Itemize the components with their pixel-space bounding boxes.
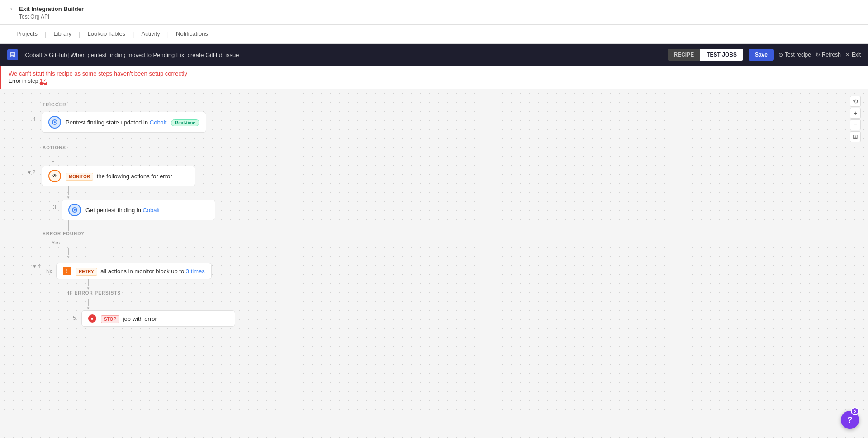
step-card-1[interactable]: Pentest finding state updated in Cobalt … — [42, 112, 206, 133]
error-step-link[interactable]: 17. — [40, 78, 47, 85]
recipe-header: [Cobalt > GitHub] When pentest finding m… — [0, 44, 868, 66]
exit-icon: ✕ — [845, 52, 850, 58]
back-arrow-icon: ← — [9, 5, 16, 13]
step-3-link[interactable]: Cobalt — [142, 207, 160, 214]
zoom-out-button[interactable]: − — [850, 119, 861, 130]
help-button[interactable]: ? 5 — [841, 411, 859, 429]
tab-recipe[interactable]: RECIPE — [668, 49, 701, 61]
step-num-5: 5 — [67, 310, 76, 321]
svg-point-7 — [74, 209, 76, 211]
retry-times: 3 times — [186, 268, 205, 275]
step-card-5[interactable]: ■ STOP job with error — [81, 310, 235, 327]
save-button[interactable]: Save — [749, 49, 774, 61]
help-icon: ? — [848, 415, 853, 424]
error-step: Error in step 17. — [9, 78, 861, 84]
step-5-suffix: job with error — [123, 315, 157, 322]
if-error-persists-label: IF ERROR PERSISTS — [68, 290, 841, 295]
monitor-badge: MONITOR — [66, 173, 93, 181]
recipe-title: [Cobalt > GitHub] When pentest finding m… — [24, 52, 662, 58]
step-1-prefix: Pentest finding state updated in — [66, 119, 148, 126]
step-4-prefix: all actions in monitor block up to — [100, 268, 184, 275]
no-label: No — [46, 268, 52, 274]
test-recipe-icon: ⊙ — [778, 52, 783, 58]
nav-notifications[interactable]: Notifications — [169, 25, 215, 43]
flow-diagram: TRIGGER 1 Pentest finding state updated … — [0, 89, 868, 340]
error-step-label: Error in step — [9, 78, 38, 84]
step-1-text: Pentest finding state updated in Cobalt … — [66, 119, 199, 126]
step-row-4: ▼ 4 No ! RETRY all actions in monitor bl… — [27, 259, 841, 279]
retry-badge: RETRY — [76, 268, 97, 276]
step-row-2: ▼ 2 👁 MONITOR the following actions for … — [27, 166, 841, 186]
trigger-section-label: TRIGGER — [43, 102, 841, 107]
refresh-icon: ↻ — [816, 52, 820, 58]
step-3-prefix: Get pentest finding in — [85, 207, 141, 214]
eye-icon: 👁 — [52, 173, 57, 179]
step-2-text: MONITOR the following actions for error — [66, 173, 172, 180]
step-1-link[interactable]: Cobalt — [150, 119, 167, 126]
yes-label: Yes — [52, 240, 60, 245]
step-4-chevron[interactable]: ▼ — [32, 264, 37, 269]
step-row-3: 3 Get pentest finding in Cobalt — [47, 200, 841, 220]
step-5-text: STOP job with error — [101, 315, 157, 322]
step-3-text: Get pentest finding in Cobalt — [85, 207, 160, 214]
exit-button[interactable]: ✕ Exit — [845, 52, 861, 58]
monitor-icon: 👁 — [48, 170, 61, 182]
step-card-3[interactable]: Get pentest finding in Cobalt — [62, 200, 215, 220]
step-num-2: ▼ 2 — [27, 166, 36, 176]
step-row-1: 1 Pentest finding state updated in Cobal… — [27, 112, 841, 133]
recipe-tabs: RECIPE TEST JOBS — [668, 49, 743, 61]
step-num-3: 3 — [47, 200, 56, 210]
zoom-reset-button[interactable]: ⟲ — [850, 96, 861, 107]
main-nav: Projects | Library | Lookup Tables | Act… — [0, 25, 868, 44]
zoom-controls: ⟲ + − ⊞ — [850, 96, 861, 142]
refresh-label: Refresh — [822, 52, 841, 58]
error-found-label: ERROR FOUND? — [43, 231, 841, 236]
error-banner: We can't start this recipe as some steps… — [0, 66, 868, 89]
zoom-fit-button[interactable]: ⊞ — [850, 131, 861, 142]
back-link-label: Exit Integration Builder — [19, 5, 84, 12]
nav-projects[interactable]: Projects — [9, 25, 45, 43]
step-row-5: 5 ■ STOP job with error — [67, 310, 841, 327]
stop-badge: STOP — [101, 315, 119, 323]
header-actions: Save ⊙ Test recipe ↻ Refresh ✕ Exit — [749, 49, 861, 61]
back-link[interactable]: ← Exit Integration Builder — [9, 5, 859, 13]
cobalt-trigger-icon — [48, 116, 61, 129]
nav-activity[interactable]: Activity — [134, 25, 167, 43]
nav-library[interactable]: Library — [46, 25, 79, 43]
warning-icon: ! — [63, 267, 71, 275]
exit-label: Exit — [852, 52, 861, 58]
top-bar: ← Exit Integration Builder Test Org API — [0, 0, 868, 25]
actions-section-label: ACTIONS — [43, 145, 841, 150]
svg-point-5 — [54, 121, 56, 123]
nav-lookup-tables[interactable]: Lookup Tables — [81, 25, 133, 43]
stop-icon: ■ — [88, 314, 96, 323]
flow-canvas: ⟲ + − ⊞ TRIGGER 1 Pentest finding state … — [0, 89, 868, 438]
recipe-icon — [7, 49, 18, 60]
tab-test-jobs[interactable]: TEST JOBS — [700, 49, 743, 61]
org-name: Test Org API — [19, 14, 859, 20]
step-card-2[interactable]: 👁 MONITOR the following actions for erro… — [42, 166, 195, 186]
zoom-in-button[interactable]: + — [850, 108, 861, 119]
step-2-chevron[interactable]: ▼ — [27, 170, 32, 175]
step-4-text: RETRY all actions in monitor block up to… — [76, 268, 205, 275]
step-2-suffix: the following actions for error — [97, 173, 172, 180]
error-message: We can't start this recipe as some steps… — [9, 70, 861, 77]
test-recipe-button[interactable]: ⊙ Test recipe — [778, 52, 811, 58]
realtime-badge: Real-time — [171, 119, 199, 126]
step-card-4[interactable]: ! RETRY all actions in monitor block up … — [56, 263, 212, 279]
step-num-1: 1 — [27, 112, 36, 123]
cobalt-action-icon — [68, 204, 81, 216]
step-num-4: 4 — [38, 263, 41, 269]
help-badge: 5 — [851, 407, 859, 415]
refresh-button[interactable]: ↻ Refresh — [816, 52, 841, 58]
test-recipe-label: Test recipe — [785, 52, 811, 58]
